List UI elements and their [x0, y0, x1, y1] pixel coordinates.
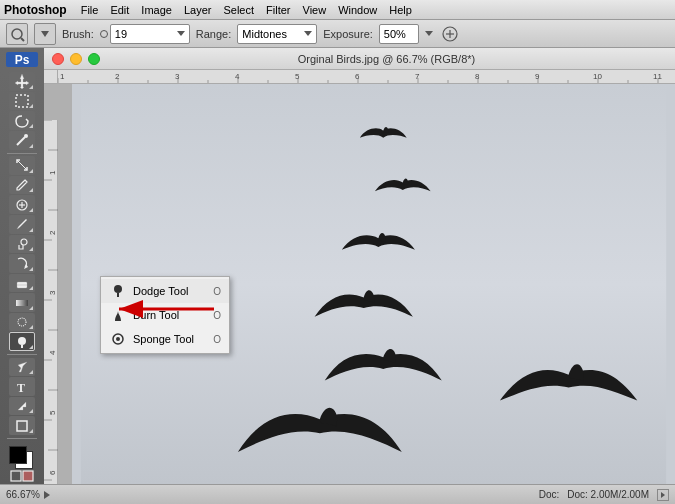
minimize-btn[interactable] [70, 53, 82, 65]
svg-point-14 [21, 239, 27, 245]
svg-point-9 [24, 134, 28, 138]
quickmask-button[interactable] [9, 468, 35, 484]
separator-1 [7, 153, 37, 154]
flyout-sponge-tool[interactable]: Sponge Tool O [101, 327, 229, 351]
app-name: Photoshop [4, 3, 67, 17]
svg-text:3: 3 [48, 290, 57, 295]
status-arrow[interactable] [44, 491, 50, 499]
window-title: Orginal Birds.jpg @ 66.7% (RGB/8*) [298, 53, 475, 65]
svg-marker-6 [15, 74, 29, 89]
svg-line-10 [17, 160, 27, 170]
ruler-corner [44, 70, 58, 84]
svg-text:10: 10 [593, 72, 602, 81]
canvas-area: Orginal Birds.jpg @ 66.7% (RGB/8*) [44, 48, 675, 484]
dodge-shortcut: O [213, 286, 221, 297]
foreground-color-swatch[interactable] [9, 446, 27, 464]
svg-text:7: 7 [415, 72, 420, 81]
healing-tool[interactable] [9, 195, 35, 214]
separator-2 [7, 354, 37, 355]
svg-text:1: 1 [60, 72, 65, 81]
svg-text:5: 5 [295, 72, 300, 81]
move-tool[interactable] [9, 72, 35, 91]
menu-select[interactable]: Select [217, 0, 260, 19]
flyout-burn-tool[interactable]: Burn Tool O [101, 303, 229, 327]
tool-flyout-menu: Dodge Tool O Burn Tool O [100, 276, 230, 354]
exposure-input[interactable]: 50% [379, 24, 419, 44]
exposure-label: Exposure: [323, 28, 373, 40]
burn-icon [109, 306, 127, 324]
ruler-vertical: 1 2 3 4 5 6 [44, 120, 58, 484]
window-titlebar: Orginal Birds.jpg @ 66.7% (RGB/8*) [44, 48, 675, 70]
blur-tool[interactable] [9, 313, 35, 332]
exposure-arrow[interactable] [425, 31, 433, 36]
svg-text:8: 8 [475, 72, 480, 81]
doc-info-arrow[interactable] [657, 489, 669, 501]
shape-tool[interactable] [9, 416, 35, 435]
zoom-level: 66.67% [6, 489, 40, 500]
dodge-tool-label: Dodge Tool [133, 285, 188, 297]
svg-rect-25 [23, 471, 33, 481]
menu-image[interactable]: Image [135, 0, 178, 19]
menu-filter[interactable]: Filter [260, 0, 296, 19]
eyedropper-tool[interactable] [9, 176, 35, 195]
svg-point-81 [116, 337, 120, 341]
menu-help[interactable]: Help [383, 0, 418, 19]
canvas-image[interactable]: Dodge Tool O Burn Tool O [72, 84, 675, 484]
lasso-tool[interactable] [9, 111, 35, 130]
svg-text:6: 6 [355, 72, 360, 81]
path-select-tool[interactable] [9, 397, 35, 416]
brush-size-control[interactable]: 19 [100, 24, 190, 44]
separator-3 [7, 438, 37, 439]
maximize-btn[interactable] [88, 53, 100, 65]
tool-dropdown-icon[interactable] [34, 23, 56, 45]
burn-tool-label: Burn Tool [133, 309, 179, 321]
sponge-icon [109, 330, 127, 348]
color-swatches[interactable] [7, 446, 37, 465]
svg-text:4: 4 [235, 72, 240, 81]
history-brush-tool[interactable] [9, 254, 35, 273]
options-bar: Brush: 19 Range: Midtones Exposure: 50% [0, 20, 675, 48]
svg-text:4: 4 [48, 350, 57, 355]
svg-rect-23 [17, 421, 27, 431]
pen-tool[interactable] [9, 358, 35, 377]
brush-tool[interactable] [9, 215, 35, 234]
svg-point-78 [114, 285, 122, 293]
flyout-dodge-tool[interactable]: Dodge Tool O [101, 279, 229, 303]
menu-edit[interactable]: Edit [104, 0, 135, 19]
brush-label: Brush: [62, 28, 94, 40]
doc-size: Doc: 2.00M/2.00M [567, 489, 649, 500]
eraser-tool[interactable] [9, 274, 35, 293]
brush-dropdown[interactable]: 19 [110, 24, 190, 44]
menu-window[interactable]: Window [332, 0, 383, 19]
menu-view[interactable]: View [297, 0, 333, 19]
svg-text:11: 11 [653, 72, 662, 81]
close-btn[interactable] [52, 53, 64, 65]
svg-point-0 [12, 29, 22, 39]
crop-tool[interactable] [9, 156, 35, 175]
svg-text:3: 3 [175, 72, 180, 81]
sponge-shortcut: O [213, 334, 221, 345]
airbrush-icon[interactable] [439, 23, 461, 45]
dodge-tool[interactable] [9, 332, 35, 351]
toolbar: Ps [0, 48, 44, 484]
svg-line-1 [21, 38, 24, 41]
main-area: Ps [0, 48, 675, 484]
svg-text:9: 9 [535, 72, 540, 81]
burn-shortcut: O [213, 310, 221, 321]
menu-file[interactable]: File [75, 0, 105, 19]
marquee-tool[interactable] [9, 92, 35, 111]
svg-rect-7 [16, 95, 28, 107]
magic-wand-tool[interactable] [9, 131, 35, 150]
range-dropdown[interactable]: Midtones [237, 24, 317, 44]
menu-layer[interactable]: Layer [178, 0, 218, 19]
text-tool[interactable]: T [9, 377, 35, 396]
svg-text:2: 2 [48, 230, 57, 235]
sponge-tool-label: Sponge Tool [133, 333, 194, 345]
ruler-horizontal: 1 2 3 4 5 6 7 8 9 10 11 [58, 70, 675, 84]
range-label: Range: [196, 28, 231, 40]
dodge-tool-options-icon[interactable] [6, 23, 28, 45]
clone-stamp-tool[interactable] [9, 235, 35, 254]
ps-logo: Ps [6, 52, 38, 67]
gradient-tool[interactable] [9, 293, 35, 312]
svg-text:5: 5 [48, 410, 57, 415]
